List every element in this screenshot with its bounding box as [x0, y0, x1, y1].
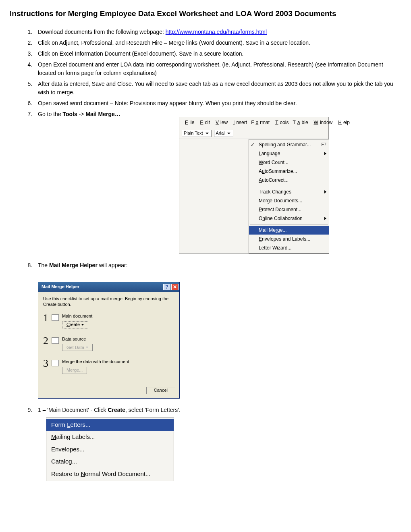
menu-wordcount[interactable]: Word Count... — [249, 158, 329, 167]
envelopes-item[interactable]: Envelopes... — [46, 443, 174, 456]
form-letters-item[interactable]: Form Letters... — [46, 419, 174, 431]
menu-mergedocuments[interactable]: Merge Documents... — [249, 196, 329, 205]
menu-insert[interactable]: Insert — [230, 118, 249, 127]
dialog-hint: Use this checklist to set up a mail merg… — [43, 296, 174, 308]
step-7: Go to the Tools -> Mail Merge… File Edit… — [34, 110, 401, 254]
menu-mailmerge-item[interactable]: Mail Merge... — [249, 226, 329, 235]
menu-trackchanges[interactable]: Track Changes — [249, 187, 329, 196]
cancel-button[interactable]: Cancel — [146, 387, 175, 394]
font-combo[interactable]: Arial — [214, 130, 233, 137]
summarize-icon — [251, 168, 256, 173]
step-8: The Mail Merge Helper will appear: Mail … — [34, 261, 401, 399]
menu-view[interactable]: View — [212, 118, 229, 127]
menu-window[interactable]: Window — [311, 118, 334, 127]
instruction-list: Download documents from the following we… — [10, 28, 401, 482]
style-combo[interactable]: Plain Text — [182, 130, 212, 137]
mmh-step-1: 1 Main document Create — [43, 313, 174, 328]
menu-protect[interactable]: Protect Document... — [249, 205, 329, 214]
menu-separator — [250, 224, 328, 224]
tools-dropdown: ✓Spelling and Grammar...F7 Language Word… — [249, 139, 329, 254]
step-6: Open saved word document – Note: Provisi… — [34, 99, 401, 108]
step-3: Click on Excel Information Document (Exc… — [34, 50, 401, 58]
menu-help[interactable]: Help — [335, 118, 351, 127]
close-button[interactable]: ✕ — [171, 284, 179, 290]
step-9-bold: Create — [108, 407, 125, 413]
check-icon: ✓ — [251, 141, 256, 147]
menu-spelling[interactable]: ✓Spelling and Grammar...F7 — [249, 140, 329, 149]
step-number: 2 — [43, 336, 48, 346]
mmh-step-3: 3 Merge the data with the document Merge… — [43, 358, 174, 374]
main-document-icon — [52, 314, 59, 321]
step-7-arrow: -> — [77, 111, 86, 117]
create-button[interactable]: Create — [62, 321, 88, 328]
menu-bar: File Edit View Insert Format Tools Table… — [179, 117, 328, 128]
download-link[interactable]: http://www.montana.edu/hraa/forms.html — [166, 29, 267, 35]
step-7-tools: Tools — [62, 111, 77, 117]
menu-envelopes-labels[interactable]: Envelopes and Labels... — [249, 235, 329, 243]
step-8-prefix: The — [38, 262, 49, 268]
step-7-prefix: Go to the — [38, 111, 62, 117]
step-4: Open Excel document and enter LOA data i… — [34, 60, 401, 77]
menu-language[interactable]: Language — [249, 149, 329, 158]
dialog-titlebar: Mail Merge Helper ? ✕ — [38, 282, 179, 292]
get-data-button: Get Data — [62, 344, 93, 351]
menu-format[interactable]: Format — [249, 118, 271, 127]
data-source-icon — [52, 337, 59, 344]
step-8-bold: Mail Merge Helper — [49, 262, 98, 268]
menu-table[interactable]: Table — [291, 118, 310, 127]
menu-autosummarize[interactable]: AutoSummarize... — [249, 167, 329, 176]
step3-label: Merge the data with the document — [62, 358, 129, 365]
menu-autocorrect[interactable]: AutoCorrect... — [249, 176, 329, 185]
step-number: 1 — [43, 313, 48, 323]
menu-tools[interactable]: Tools — [272, 118, 290, 127]
restore-normal-item[interactable]: Restore to Normal Word Document... — [46, 468, 174, 480]
step-5: After data is entered, Save and Close. Y… — [34, 80, 401, 97]
menu-file[interactable]: File — [182, 118, 196, 127]
mailing-labels-item[interactable]: Mailing Labels... — [46, 431, 174, 443]
step-9-prefix: 1 – 'Main Document' - Click — [38, 407, 108, 413]
step-number: 3 — [43, 358, 48, 369]
mail-merge-helper-dialog: Mail Merge Helper ? ✕ Use this checklist… — [38, 282, 180, 399]
menu-separator — [250, 186, 328, 186]
merge-icon — [52, 360, 59, 366]
step-2: Click on Adjunct, Professional, and Rese… — [34, 39, 401, 47]
merge-button: Merge... — [62, 367, 87, 374]
step-1-text: Download documents from the following we… — [38, 29, 166, 35]
create-submenu: Form Letters... Mailing Labels... Envelo… — [46, 418, 174, 482]
dialog-title: Mail Merge Helper — [42, 283, 79, 290]
envelope-icon — [251, 235, 256, 241]
step-9-suffix: , select 'Form Letters'. — [125, 407, 181, 413]
mmh-step-2: 2 Data source Get Data — [43, 336, 174, 351]
catalog-item[interactable]: Catalog... — [46, 455, 174, 468]
menu-letterwizard[interactable]: Letter Wizard... — [249, 243, 329, 252]
word-menu-screenshot: File Edit View Insert Format Tools Table… — [179, 117, 329, 254]
menu-onlinecollab[interactable]: Online Collaboration — [249, 214, 329, 223]
step-8-suffix: will appear: — [98, 262, 128, 268]
step-1: Download documents from the following we… — [34, 28, 401, 36]
step-7-mailmerge: Mail Merge… — [85, 111, 120, 117]
formatting-toolbar: Plain Text Arial — [179, 128, 328, 139]
step-9: 1 – 'Main Document' - Click Create, sele… — [34, 406, 401, 482]
step1-label: Main document — [62, 313, 92, 320]
step2-label: Data source — [62, 336, 93, 343]
help-button[interactable]: ? — [163, 284, 170, 290]
page-title: Instructions for Merging Employee Data E… — [10, 8, 401, 20]
menu-edit[interactable]: Edit — [197, 118, 212, 127]
